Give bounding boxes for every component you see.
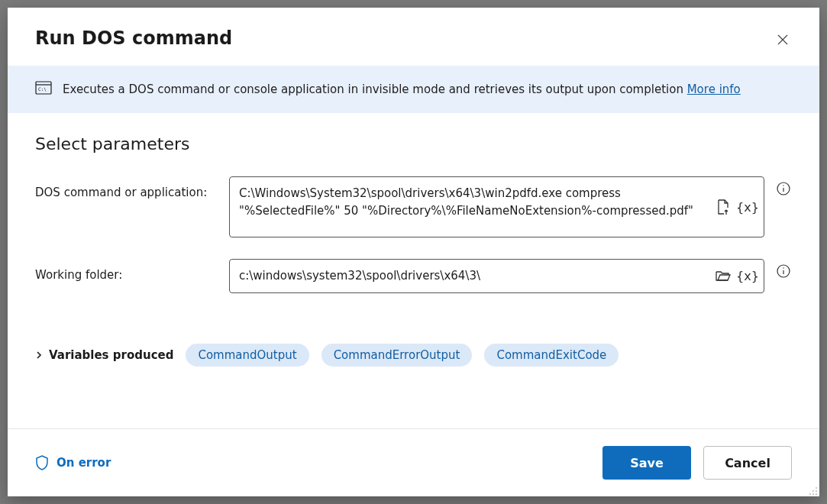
svg-point-5 (783, 185, 783, 186)
svg-point-9 (816, 487, 817, 489)
on-error-label: On error (57, 456, 111, 470)
svg-point-14 (816, 493, 817, 495)
variables-produced-label: Variables produced (49, 348, 173, 362)
command-info-button[interactable] (775, 176, 792, 193)
shield-icon (35, 455, 49, 470)
command-label: DOS command or application: (35, 176, 218, 199)
folder-icon (716, 270, 731, 282)
chevron-right-icon (35, 351, 43, 360)
svg-point-12 (809, 493, 811, 495)
svg-point-8 (783, 267, 783, 268)
folder-picker-button[interactable] (715, 267, 732, 284)
folder-info-button[interactable] (775, 259, 792, 276)
svg-text:C:\: C:\ (38, 86, 47, 92)
terminal-icon: C:\ (35, 81, 52, 98)
more-info-link[interactable]: More info (687, 82, 741, 96)
variable-picker-button[interactable]: {x} (739, 199, 756, 215)
command-input-wrap: {x} (229, 176, 764, 237)
file-picker-button[interactable] (715, 199, 732, 215)
variable-picker-button[interactable]: {x} (739, 267, 756, 284)
command-input[interactable] (230, 177, 764, 237)
variable-chip[interactable]: CommandExitCode (484, 344, 619, 367)
info-banner: C:\ Executes a DOS command or console ap… (8, 66, 819, 113)
file-icon (716, 199, 730, 215)
svg-point-13 (812, 493, 814, 495)
close-icon (777, 34, 789, 46)
folder-label: Working folder: (35, 259, 218, 282)
folder-input[interactable] (230, 260, 764, 292)
info-banner-text: Executes a DOS command or console applic… (63, 82, 683, 96)
dialog-body: Select parameters DOS command or applica… (8, 113, 819, 428)
dialog-footer: On error Save Cancel (8, 428, 819, 496)
cancel-button[interactable]: Cancel (703, 446, 792, 480)
param-row-command: DOS command or application: {x} (35, 176, 792, 237)
param-row-folder: Working folder: {x} (35, 259, 792, 293)
info-icon (777, 264, 790, 278)
svg-point-11 (816, 490, 817, 492)
variables-produced-toggle[interactable]: Variables produced (35, 348, 173, 362)
on-error-button[interactable]: On error (35, 455, 111, 470)
info-icon (777, 182, 790, 195)
folder-input-wrap: {x} (229, 259, 764, 293)
variable-chip[interactable]: CommandOutput (186, 344, 309, 367)
dialog: Run DOS command C:\ Executes a DOS comma… (8, 8, 819, 496)
variables-produced-row: Variables produced CommandOutput Command… (35, 344, 792, 367)
dialog-title: Run DOS command (35, 27, 232, 49)
svg-point-10 (812, 490, 814, 492)
close-button[interactable] (770, 27, 795, 52)
save-button[interactable]: Save (602, 446, 691, 480)
section-title: Select parameters (35, 134, 792, 153)
dialog-header: Run DOS command (8, 8, 819, 66)
variable-chip[interactable]: CommandErrorOutput (321, 344, 473, 367)
resize-grip[interactable] (807, 484, 818, 495)
